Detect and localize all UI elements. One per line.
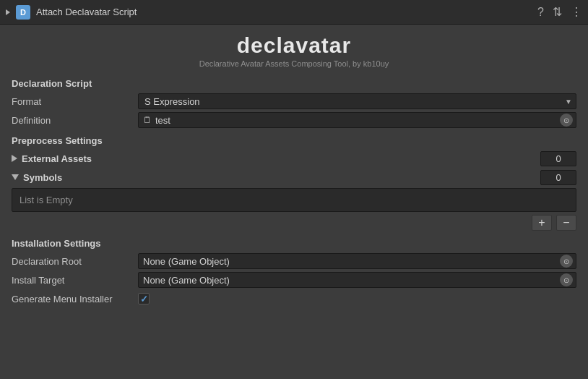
collapse-triangle[interactable] bbox=[6, 9, 10, 15]
generate-menu-installer-control: ✓ bbox=[138, 293, 576, 305]
declaration-root-label: Declaration Root bbox=[12, 256, 138, 267]
generate-menu-installer-checkbox[interactable]: ✓ bbox=[138, 293, 150, 305]
install-target-field[interactable]: None (Game Object) ⊙ bbox=[138, 272, 576, 288]
symbols-count[interactable]: 0 bbox=[540, 170, 576, 185]
generate-menu-installer-checkbox-wrapper[interactable]: ✓ bbox=[138, 293, 150, 305]
plugin-title: declavatar bbox=[12, 33, 576, 58]
declaration-root-row: Declaration Root None (Game Object) ⊙ bbox=[12, 253, 576, 269]
format-control: S Expression ▼ bbox=[138, 93, 576, 109]
symbols-row: Symbols 0 bbox=[12, 169, 576, 185]
preprocess-section-title: Preprocess Settings bbox=[12, 135, 576, 146]
definition-field[interactable]: 🗒 test ⊙ bbox=[138, 112, 576, 128]
format-label: Format bbox=[12, 96, 138, 107]
format-row: Format S Expression ▼ bbox=[12, 93, 576, 109]
symbols-label: Symbols bbox=[23, 172, 540, 183]
declaration-root-field[interactable]: None (Game Object) ⊙ bbox=[138, 253, 576, 269]
help-button[interactable]: ? bbox=[537, 7, 544, 18]
add-button[interactable]: + bbox=[532, 215, 552, 231]
plugin-header: declavatar Declarative Avatar Assets Com… bbox=[12, 33, 576, 68]
generate-menu-installer-label: Generate Menu Installer bbox=[12, 294, 138, 305]
declaration-root-control: None (Game Object) ⊙ bbox=[138, 253, 576, 269]
install-target-row: Install Target None (Game Object) ⊙ bbox=[12, 272, 576, 288]
checkmark-icon: ✓ bbox=[140, 294, 148, 305]
definition-row: Definition 🗒 test ⊙ bbox=[12, 112, 576, 128]
title-bar-actions: ? ⇅ ⋮ bbox=[537, 7, 582, 18]
external-assets-row: External Assets 0 bbox=[12, 150, 576, 166]
install-target-target-button[interactable]: ⊙ bbox=[560, 273, 573, 286]
definition-label: Definition bbox=[12, 115, 138, 126]
add-remove-row: + − bbox=[12, 215, 576, 231]
format-select-wrapper[interactable]: S Expression ▼ bbox=[138, 93, 576, 109]
declaration-script-section-title: Declaration Script bbox=[12, 78, 576, 89]
declaration-root-value: None (Game Object) bbox=[143, 256, 560, 267]
symbols-list-empty: List is Empty bbox=[12, 188, 576, 212]
definition-target-button[interactable]: ⊙ bbox=[560, 114, 573, 127]
external-assets-triangle[interactable] bbox=[12, 155, 17, 162]
generate-menu-installer-row: Generate Menu Installer ✓ bbox=[12, 291, 576, 307]
install-target-control: None (Game Object) ⊙ bbox=[138, 272, 576, 288]
definition-control: 🗒 test ⊙ bbox=[138, 112, 576, 128]
settings-button[interactable]: ⇅ bbox=[553, 7, 562, 18]
definition-value: test bbox=[155, 115, 560, 126]
main-content: declavatar Declarative Avatar Assets Com… bbox=[0, 25, 588, 318]
window-title: Attach Declavatar Script bbox=[36, 7, 532, 17]
menu-button[interactable]: ⋮ bbox=[571, 7, 582, 18]
title-bar: D Attach Declavatar Script ? ⇅ ⋮ bbox=[0, 0, 588, 25]
install-target-label: Install Target bbox=[12, 275, 138, 286]
external-assets-count[interactable]: 0 bbox=[540, 151, 576, 166]
window-icon: D bbox=[16, 5, 30, 20]
external-assets-label: External Assets bbox=[22, 153, 540, 164]
plugin-subtitle: Declarative Avatar Assets Composing Tool… bbox=[12, 59, 576, 68]
symbols-triangle[interactable] bbox=[12, 174, 19, 180]
install-target-value: None (Game Object) bbox=[143, 275, 560, 286]
installation-section-title: Installation Settings bbox=[12, 238, 576, 249]
remove-button[interactable]: − bbox=[556, 215, 576, 231]
declaration-root-target-button[interactable]: ⊙ bbox=[560, 255, 573, 268]
definition-file-icon: 🗒 bbox=[143, 115, 152, 125]
format-select[interactable]: S Expression bbox=[138, 93, 576, 109]
